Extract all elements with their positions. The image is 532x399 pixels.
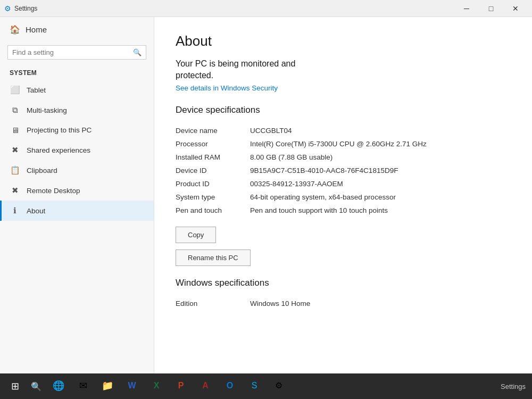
- spec-value: Intel(R) Core(TM) i5-7300U CPU @ 2.60GHz…: [250, 137, 511, 151]
- taskbar-settings-label: Settings: [501, 383, 526, 390]
- spec-value: 00325-84912-13937-AAOEM: [250, 177, 511, 190]
- spec-row: ProcessorIntel(R) Core(TM) i5-7300U CPU …: [176, 137, 511, 151]
- taskbar-skype-icon[interactable]: S: [243, 373, 266, 399]
- taskbar-access-icon[interactable]: A: [194, 373, 217, 399]
- minimize-button[interactable]: ─: [454, 0, 479, 17]
- spec-row: Pen and touchPen and touch support with …: [176, 204, 511, 217]
- security-notice-line1: Your PC is being monitored and: [176, 59, 295, 68]
- spec-value: 9B15A9C7-C51B-4010-AAC8-76F4C1815D9F: [250, 164, 511, 177]
- sidebar-item-about[interactable]: ℹ About: [0, 201, 154, 221]
- projecting-icon: 🖥: [10, 126, 20, 135]
- spec-table: Device nameUCCGBLT04ProcessorIntel(R) Co…: [176, 124, 511, 217]
- maximize-button[interactable]: □: [479, 0, 503, 17]
- windows-specs-heading: Windows specifications: [176, 278, 511, 289]
- tablet-icon: ⬜: [10, 85, 20, 95]
- clipboard-icon: 📋: [10, 165, 20, 175]
- window-title: Settings: [14, 5, 37, 12]
- security-notice: Your PC is being monitored and protected…: [176, 58, 511, 82]
- sidebar-item-projecting[interactable]: 🖥 Projecting to this PC: [0, 120, 154, 140]
- taskbar-mail-icon[interactable]: ✉: [71, 373, 95, 399]
- device-specs-heading: Device specifications: [176, 105, 511, 117]
- taskbar-right: Settings: [501, 383, 530, 390]
- spec-row: Device ID9B15A9C7-C51B-4010-AAC8-76F4C18…: [176, 164, 511, 177]
- windows-spec-value: Windows 10 Home: [250, 297, 511, 310]
- sidebar-label-tablet: Tablet: [27, 86, 46, 94]
- sidebar-item-remote[interactable]: ✖ Remote Desktop: [0, 180, 154, 201]
- search-box[interactable]: 🔍: [7, 45, 146, 60]
- sidebar: 🏠 Home 🔍 System ⬜ Tablet ⧉ Multi-tasking: [0, 17, 154, 373]
- start-button[interactable]: ⊞: [2, 373, 28, 399]
- spec-label: Processor: [176, 137, 250, 151]
- sidebar-item-shared[interactable]: ✖ Shared experiences: [0, 140, 154, 160]
- sidebar-label-multitasking: Multi-tasking: [27, 106, 67, 114]
- spec-value: Pen and touch support with 10 touch poin…: [250, 204, 511, 217]
- spec-value: 64-bit operating system, x64-based proce…: [250, 190, 511, 204]
- taskbar-extra-icon[interactable]: ⚙: [267, 373, 290, 399]
- sidebar-section-label: System: [0, 65, 154, 80]
- taskbar-search-icon: 🔍: [31, 381, 41, 392]
- spec-row: Product ID00325-84912-13937-AAOEM: [176, 177, 511, 190]
- windows-spec-row: EditionWindows 10 Home: [176, 297, 511, 310]
- settings-window: 🏠 Home 🔍 System ⬜ Tablet ⧉ Multi-tasking: [0, 17, 532, 373]
- taskbar-icons: 🌐 ✉ 📁 W X P A O S ⚙: [47, 373, 290, 399]
- search-input[interactable]: [12, 48, 133, 56]
- settings-icon: ⚙: [4, 4, 11, 13]
- page-title: About: [176, 33, 511, 49]
- search-icon: 🔍: [133, 48, 142, 56]
- windows-spec-label: Edition: [176, 297, 250, 310]
- title-bar-controls: ─ □ ✕: [454, 0, 528, 17]
- rename-button[interactable]: Rename this PC: [176, 250, 251, 266]
- sidebar-item-multitasking[interactable]: ⧉ Multi-tasking: [0, 100, 154, 120]
- spec-label: Device ID: [176, 164, 250, 177]
- sidebar-label-remote: Remote Desktop: [27, 187, 80, 195]
- sidebar-label-shared: Shared experiences: [27, 146, 90, 154]
- copy-button[interactable]: Copy: [176, 227, 216, 243]
- taskbar-outlook-icon[interactable]: O: [218, 373, 242, 399]
- title-bar: ⚙ Settings ─ □ ✕: [0, 0, 532, 17]
- spec-label: Device name: [176, 124, 250, 137]
- security-notice-line2: protected.: [176, 71, 213, 80]
- start-icon: ⊞: [11, 380, 19, 392]
- sidebar-label-projecting: Projecting to this PC: [27, 126, 92, 134]
- remote-icon: ✖: [10, 186, 20, 195]
- taskbar-explorer-icon[interactable]: 📁: [96, 373, 119, 399]
- windows-spec-table: EditionWindows 10 Home: [176, 297, 511, 310]
- sidebar-item-clipboard[interactable]: 📋 Clipboard: [0, 160, 154, 180]
- shared-icon: ✖: [10, 145, 20, 155]
- home-icon: 🏠: [10, 24, 20, 35]
- main-content: About Your PC is being monitored and pro…: [154, 17, 532, 373]
- home-label: Home: [26, 25, 47, 34]
- about-icon: ℹ: [10, 206, 20, 215]
- taskbar-powerpoint-icon[interactable]: P: [169, 373, 193, 399]
- close-button[interactable]: ✕: [503, 0, 528, 17]
- spec-label: System type: [176, 190, 250, 204]
- title-bar-left: ⚙ Settings: [4, 4, 37, 13]
- sidebar-home[interactable]: 🏠 Home: [0, 17, 154, 42]
- taskbar: ⊞ 🔍 🌐 ✉ 📁 W X P A O S ⚙ Settings: [0, 373, 532, 399]
- spec-value: 8.00 GB (7.88 GB usable): [250, 151, 511, 164]
- spec-label: Product ID: [176, 177, 250, 190]
- taskbar-word-icon[interactable]: W: [120, 373, 144, 399]
- sidebar-item-tablet[interactable]: ⬜ Tablet: [0, 80, 154, 100]
- multitasking-icon: ⧉: [10, 105, 20, 115]
- taskbar-search-button[interactable]: 🔍: [28, 378, 45, 395]
- spec-row: Installed RAM8.00 GB (7.88 GB usable): [176, 151, 511, 164]
- security-link[interactable]: See details in Windows Security: [176, 84, 511, 92]
- sidebar-label-about: About: [27, 207, 45, 215]
- taskbar-browser-icon[interactable]: 🌐: [47, 373, 70, 399]
- taskbar-excel-icon[interactable]: X: [145, 373, 168, 399]
- spec-value: UCCGBLT04: [250, 124, 511, 137]
- sidebar-label-clipboard: Clipboard: [27, 167, 57, 174]
- spec-label: Pen and touch: [176, 204, 250, 217]
- spec-row: System type64-bit operating system, x64-…: [176, 190, 511, 204]
- spec-label: Installed RAM: [176, 151, 250, 164]
- spec-row: Device nameUCCGBLT04: [176, 124, 511, 137]
